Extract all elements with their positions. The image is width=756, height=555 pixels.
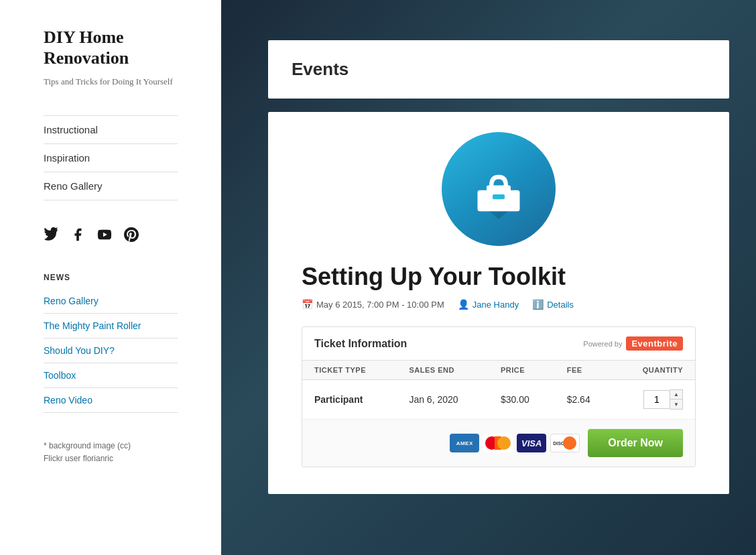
col-quantity: QUANTITY (615, 361, 695, 380)
ticket-box: Ticket Information Powered by Eventbrite… (302, 326, 696, 467)
news-item-reno-video[interactable]: Reno Video (44, 388, 178, 413)
qty-down-button[interactable]: ▼ (670, 399, 682, 409)
quantity-stepper[interactable]: 1 (643, 390, 670, 409)
event-date-item: 📅 May 6 2015, 7:00 PM - 10:00 PM (302, 299, 444, 310)
event-organizer[interactable]: Jane Handy (472, 300, 519, 310)
event-icon-wrap (302, 132, 696, 246)
nav-item-instructional[interactable]: Instructional (44, 116, 178, 144)
sales-end-cell: Jan 6, 2020 (397, 380, 489, 420)
eventbrite-badge: Powered by Eventbrite (583, 336, 683, 351)
event-details-link[interactable]: Details (547, 300, 574, 310)
quantity-input-wrap: 1 ▲ ▼ (627, 389, 683, 410)
event-date: May 6 2015, 7:00 PM - 10:00 PM (316, 300, 444, 310)
ticket-header: Ticket Information Powered by Eventbrite (302, 327, 695, 361)
facebook-icon[interactable] (70, 227, 85, 246)
event-icon-circle (442, 132, 556, 246)
events-header: Events (268, 40, 729, 99)
ticket-table: TICKET TYPE SALES END PRICE FEE QUANTITY… (302, 361, 695, 420)
col-ticket-type: TICKET TYPE (302, 361, 397, 380)
events-title: Events (292, 59, 706, 80)
news-item-paint-roller[interactable]: The Mighty Paint Roller (44, 314, 178, 338)
visa-icon: VISA (517, 434, 546, 452)
social-icons (44, 227, 178, 246)
quantity-cell: 1 ▲ ▼ (615, 380, 695, 420)
nav-item-reno-gallery[interactable]: Reno Gallery (44, 172, 178, 200)
info-icon: ℹ️ (532, 299, 544, 310)
nav-item-inspiration[interactable]: Inspiration (44, 144, 178, 172)
order-now-button[interactable]: Order Now (588, 429, 683, 457)
payment-icons: AMEX VISA DISC (450, 434, 580, 452)
participant-name: Participant (314, 394, 363, 405)
col-price: PRICE (489, 361, 555, 380)
col-sales-end: SALES END (397, 361, 489, 380)
svg-rect-1 (478, 190, 520, 212)
site-description: Tips and Tricks for Doing It Yourself (44, 75, 178, 88)
twitter-icon[interactable] (44, 227, 58, 246)
main-content: Events Setting Up Your Toolkit (221, 0, 756, 555)
table-row: Participant Jan 6, 2020 $30.00 $2.64 1 ▲… (302, 380, 695, 420)
site-title: DIY Home Renovation (44, 27, 178, 68)
event-name: Setting Up Your Toolkit (302, 263, 696, 291)
ticket-footer: AMEX VISA DISC Order Now (302, 420, 695, 467)
eventbrite-logo: Eventbrite (626, 336, 683, 351)
footer-note: * background image (cc) Flickr user flor… (44, 440, 178, 465)
discover-icon: DISC (550, 434, 580, 452)
news-section: NEWS Reno Gallery The Mighty Paint Rolle… (44, 273, 178, 413)
news-item-should-diy[interactable]: Should You DIY? (44, 338, 178, 363)
price-cell: $30.00 (489, 380, 555, 420)
col-fee: FEE (555, 361, 615, 380)
sidebar: DIY Home Renovation Tips and Tricks for … (0, 0, 221, 555)
event-meta: 📅 May 6 2015, 7:00 PM - 10:00 PM 👤 Jane … (302, 299, 696, 310)
event-organizer-item: 👤 Jane Handy (458, 299, 519, 310)
pinterest-icon[interactable] (124, 227, 139, 246)
event-details-item: ℹ️ Details (532, 299, 574, 310)
news-item-reno-gallery[interactable]: Reno Gallery (44, 289, 178, 314)
nav-menu: Instructional Inspiration Reno Gallery (44, 115, 178, 200)
qty-up-button[interactable]: ▲ (670, 390, 682, 399)
mastercard-icon (483, 434, 513, 452)
event-card: Setting Up Your Toolkit 📅 May 6 2015, 7:… (268, 112, 729, 494)
youtube-icon[interactable] (97, 227, 112, 246)
powered-by-label: Powered by (583, 340, 622, 348)
calendar-icon: 📅 (302, 299, 313, 310)
qty-arrows: ▲ ▼ (670, 389, 683, 410)
news-item-toolbox[interactable]: Toolbox (44, 363, 178, 388)
person-icon: 👤 (458, 299, 469, 310)
ticket-type-cell: Participant (302, 380, 397, 420)
news-label: NEWS (44, 273, 178, 282)
svg-rect-3 (493, 194, 505, 199)
fee-cell: $2.64 (555, 380, 615, 420)
amex-icon: AMEX (450, 434, 479, 452)
ticket-section-title: Ticket Information (314, 338, 407, 350)
